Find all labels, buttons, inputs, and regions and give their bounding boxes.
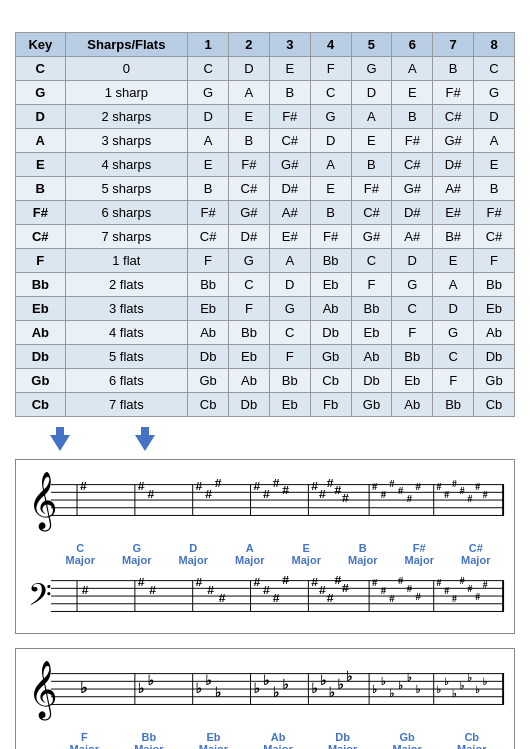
sharp-keys-block: 𝄞 # # # # # # # # # # # # # # # # # xyxy=(15,459,515,634)
note-cell: F xyxy=(188,249,229,273)
svg-text:𝄞: 𝄞 xyxy=(28,472,58,532)
accidentals-cell: 5 sharps xyxy=(65,177,188,201)
svg-text:♭: ♭ xyxy=(475,684,480,695)
note-cell: Ab xyxy=(351,345,392,369)
note-cell: Bb xyxy=(269,369,310,393)
note-cell: Cb xyxy=(310,369,351,393)
svg-text:#: # xyxy=(138,478,145,493)
accidentals-cell: 2 flats xyxy=(65,273,188,297)
note-cell: G# xyxy=(269,153,310,177)
sharp-key-label: AMajor xyxy=(222,542,279,566)
note-cell: D# xyxy=(392,201,433,225)
svg-text:#: # xyxy=(273,590,280,605)
svg-text:♭: ♭ xyxy=(337,677,343,692)
svg-text:♭: ♭ xyxy=(273,685,279,700)
svg-text:♭: ♭ xyxy=(215,685,221,700)
note-cell: G xyxy=(269,297,310,321)
svg-text:#: # xyxy=(475,481,480,492)
svg-text:#: # xyxy=(342,580,349,595)
arrow-down-2 xyxy=(135,435,155,451)
note-cell: Bb xyxy=(474,273,515,297)
svg-text:#: # xyxy=(444,489,449,500)
table-header: 2 xyxy=(229,33,270,57)
table-row: C#7 sharpsC#D#E#F#G#A#B#C# xyxy=(16,225,515,249)
note-cell: C xyxy=(433,345,474,369)
note-cell: Gb xyxy=(474,369,515,393)
sharp-bass-staff: 𝄢 # # # # # # # # # # # # # # # # # # xyxy=(24,570,506,625)
note-cell: C xyxy=(269,321,310,345)
note-cell: B xyxy=(392,105,433,129)
note-cell: F# xyxy=(269,105,310,129)
note-cell: B xyxy=(269,81,310,105)
svg-text:#: # xyxy=(381,585,387,596)
note-cell: B xyxy=(229,129,270,153)
key-cell: Gb xyxy=(16,369,66,393)
note-cell: A# xyxy=(433,177,474,201)
note-cell: Eb xyxy=(474,297,515,321)
note-cell: Eb xyxy=(229,345,270,369)
accidentals-cell: 4 flats xyxy=(65,321,188,345)
note-cell: F# xyxy=(188,201,229,225)
svg-text:#: # xyxy=(415,481,421,492)
note-cell: Eb xyxy=(392,369,433,393)
accidentals-cell: 3 sharps xyxy=(65,129,188,153)
flat-treble-staff: 𝄞 ♭ ♭ ♭ ♭ ♭ ♭ ♭ ♭ ♭ ♭ ♭ ♭ ♭ ♭ ♭ ♭ ♭ ♭ ♭ xyxy=(24,655,506,725)
note-cell: E xyxy=(351,129,392,153)
key-cell: Ab xyxy=(16,321,66,345)
table-header: 6 xyxy=(392,33,433,57)
svg-text:♭: ♭ xyxy=(381,676,386,687)
arrow-down-1 xyxy=(50,435,70,451)
flat-key-labels-row: FMajorBbMajorEbMajorAbMajorDbMajorGbMajo… xyxy=(24,729,506,749)
note-cell: Db xyxy=(351,369,392,393)
svg-text:♭: ♭ xyxy=(263,673,269,688)
note-cell: F xyxy=(310,57,351,81)
note-cell: E# xyxy=(433,201,474,225)
note-cell: E xyxy=(269,57,310,81)
note-cell: D xyxy=(269,273,310,297)
svg-text:♭: ♭ xyxy=(320,673,326,688)
svg-text:♭: ♭ xyxy=(80,679,87,696)
key-cell: Eb xyxy=(16,297,66,321)
svg-text:#: # xyxy=(138,574,145,589)
note-cell: Bb xyxy=(351,297,392,321)
svg-text:#: # xyxy=(196,478,203,493)
note-cell: C xyxy=(351,249,392,273)
table-row: Bb2 flatsBbCDEbFGABb xyxy=(16,273,515,297)
key-cell: F xyxy=(16,249,66,273)
table-header: 4 xyxy=(310,33,351,57)
svg-text:#: # xyxy=(327,475,334,490)
table-row: B5 sharpsBC#D#EF#G#A#B xyxy=(16,177,515,201)
key-cell: C xyxy=(16,57,66,81)
note-cell: Bb xyxy=(229,321,270,345)
note-cell: A xyxy=(310,153,351,177)
note-cell: A xyxy=(433,273,474,297)
note-cell: A xyxy=(474,129,515,153)
note-cell: Eb xyxy=(188,297,229,321)
table-header: Key xyxy=(16,33,66,57)
note-cell: C xyxy=(392,297,433,321)
svg-text:#: # xyxy=(342,490,349,505)
note-cell: A# xyxy=(269,201,310,225)
note-cell: D xyxy=(229,57,270,81)
note-cell: F xyxy=(229,297,270,321)
accidentals-cell: 2 sharps xyxy=(65,105,188,129)
svg-text:♭: ♭ xyxy=(282,677,288,692)
note-cell: Db xyxy=(229,393,270,417)
svg-text:#: # xyxy=(389,593,395,604)
accidentals-cell: 3 flats xyxy=(65,297,188,321)
svg-text:#: # xyxy=(483,579,488,590)
note-cell: Ab xyxy=(188,321,229,345)
note-cell: B xyxy=(433,57,474,81)
table-header: 7 xyxy=(433,33,474,57)
note-cell: C# xyxy=(229,177,270,201)
svg-text:#: # xyxy=(263,582,270,597)
accidentals-cell: 4 sharps xyxy=(65,153,188,177)
note-cell: F# xyxy=(229,153,270,177)
svg-text:♭: ♭ xyxy=(437,684,442,695)
svg-text:#: # xyxy=(215,475,222,490)
svg-text:#: # xyxy=(205,486,212,501)
note-cell: E xyxy=(188,153,229,177)
note-cell: Ab xyxy=(310,297,351,321)
flat-key-label: EbMajor xyxy=(181,731,246,749)
svg-text:#: # xyxy=(149,582,156,597)
